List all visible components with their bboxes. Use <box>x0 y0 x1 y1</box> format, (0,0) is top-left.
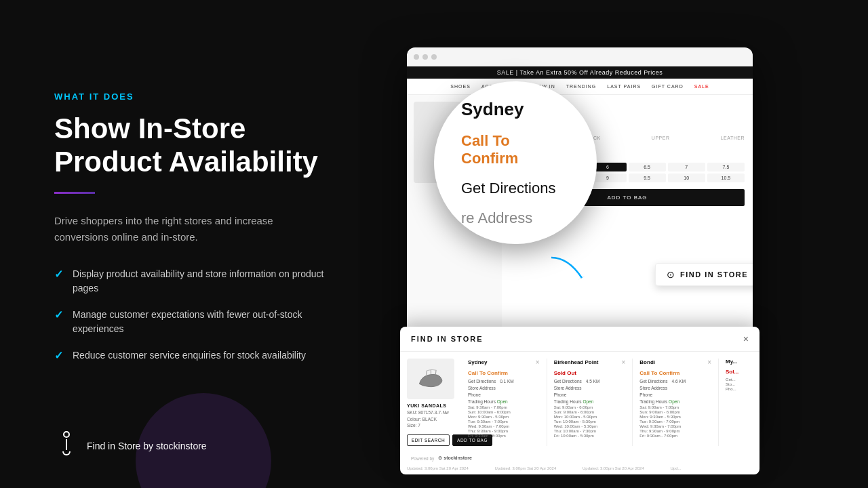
updated-partial: Upd... <box>671 466 753 470</box>
store-sydney-address: Store Address <box>468 386 540 390</box>
updated-bondi: Updated: 3:00pm Sat 20 Apr 2024 <box>583 466 665 470</box>
store-partial-status: Sol... <box>726 369 753 375</box>
size-9.5[interactable]: 9.5 <box>629 174 666 182</box>
store-bondi-phone: Phone <box>639 392 711 397</box>
modal-shoe-svg <box>412 365 450 392</box>
popup-get-directions[interactable]: Get Directions <box>461 180 555 197</box>
modal-product-sku: SKU: 807157-3-7-Nw <box>407 409 461 416</box>
sydney-tue: Tue: 9:30am - 7:00pm <box>468 420 540 424</box>
brand-label: Find in Store by stockinstore <box>87 441 207 451</box>
bondi-tue: Tue: 9:30am - 7:00pm <box>639 420 711 424</box>
left-panel: WHAT IT DOES Show In-Store Product Avail… <box>0 0 393 488</box>
store-sydney-phone: Phone <box>468 392 540 397</box>
store-birkenhead-name: Birkenhead Point <box>554 359 599 365</box>
size-10[interactable]: 10 <box>668 174 705 182</box>
store-birkenhead-remove[interactable]: × <box>622 359 626 366</box>
modal-product-buttons: EDIT SEARCH ADD TO BAG <box>407 434 461 446</box>
birkenhead-sat: Sat: 9:00am - 6:00pm <box>554 405 626 409</box>
store-bondi-remove[interactable]: × <box>707 359 711 366</box>
sydney-thu: Thu: 9:30am - 9:00pm <box>468 429 540 433</box>
checklist-item-1: ✓ Display product availability and store… <box>54 267 339 296</box>
popup-store-address: re Address <box>461 209 532 227</box>
store-partial-name: My... <box>726 359 737 365</box>
sydney-mon: Mon: 9:30am - 5:30pm <box>468 415 540 419</box>
upper-value: LEATHER <box>721 136 745 140</box>
popup-call-to-confirm[interactable]: Call To Confirm <box>461 132 570 167</box>
find-in-store-modal: FIND IN STORE × YUKI SANDALS SKU: 807157… <box>400 327 760 474</box>
modal-footer: Powered by ⊙ stockinstore <box>400 453 760 465</box>
store-birkenhead-phone: Phone <box>554 392 626 397</box>
store-sydney-hours-label: Trading Hours Open <box>468 399 540 404</box>
store-sydney-status: Call To Confirm <box>468 370 540 376</box>
find-in-store-icon: ⊙ <box>667 269 675 280</box>
bondi-sat: Sat: 9:00am - 7:00pm <box>639 405 711 409</box>
checklist: ✓ Display product availability and store… <box>54 267 339 363</box>
updated-timestamps: Updated: 3:00pm Sat 20 Apr 2024 Updated:… <box>400 465 760 474</box>
edit-search-button[interactable]: EDIT SEARCH <box>407 434 450 446</box>
main-title: Show In-Store Product Availability <box>54 113 339 178</box>
store-sydney-header: Sydney × <box>468 359 540 366</box>
modal-shoe-image <box>407 359 454 399</box>
upper-label: UPPER <box>652 136 670 140</box>
size-7.5[interactable]: 7.5 <box>707 163 745 171</box>
nav-last-pairs: LAST PAIRS <box>607 84 641 89</box>
modal-close-button[interactable]: × <box>743 333 749 344</box>
updated-birkenhead: Updated: 3:00pm Sat 20 Apr 2024 <box>495 466 578 470</box>
store-sydney-name: Sydney <box>468 359 487 365</box>
nav-sale: SALE <box>694 84 709 89</box>
checklist-text-1: Display product availability and store i… <box>73 267 339 296</box>
description: Drive shoppers into the right stores and… <box>54 213 312 245</box>
birkenhead-wed: Wed: 10:00am - 5:30pm <box>554 424 626 428</box>
checklist-text-3: Reduce customer service enquiries for st… <box>73 348 306 363</box>
bondi-fri: Fri: 9:30am - 7:00pm <box>639 434 711 438</box>
size-7[interactable]: 7 <box>668 163 705 171</box>
checklist-item-2: ✓ Manage customer expectations with fewe… <box>54 308 339 336</box>
modal-title: FIND IN STORE <box>411 335 483 343</box>
check-icon-2: ✓ <box>54 308 63 321</box>
stockinstore-brand: ⊙ stockinstore <box>438 455 472 461</box>
store-sydney-remove[interactable]: × <box>536 359 540 366</box>
find-in-store-bar[interactable]: ⊙ FIND IN STORE <box>655 263 753 286</box>
store-birkenhead-status: Sold Out <box>554 370 626 376</box>
modal-product-size: Size: 7 <box>407 422 461 429</box>
sydney-sat: Sat: 9:30am - 7:00pm <box>468 405 540 409</box>
browser-dot-3 <box>431 54 437 60</box>
checklist-text-2: Manage customer expectations with fewer … <box>73 308 339 336</box>
store-sydney: Sydney × Call To Confirm Get Directions … <box>468 359 540 446</box>
store-bondi-name: Bondi <box>639 359 655 365</box>
modal-product-colour: Colour: BLACK <box>407 416 461 423</box>
bondi-sun: Sun: 9:00am - 6:00pm <box>639 410 711 414</box>
popup-city: Sydney <box>461 99 524 120</box>
store-nav: SHOES ACCESSORIES NEW IN TRENDING LAST P… <box>407 79 753 95</box>
check-icon-1: ✓ <box>54 268 63 281</box>
title-underline <box>54 192 95 194</box>
find-in-store-text: FIND IN STORE <box>680 270 748 279</box>
right-panel: SALE | Take An Extra 50% Off Already Red… <box>393 0 868 488</box>
nav-shoes: SHOES <box>450 84 471 89</box>
modal-product-info: YUKI SANDALS SKU: 807157-3-7-Nw Colour: … <box>407 359 461 446</box>
nav-trending: TRENDING <box>566 84 597 89</box>
browser-bar <box>407 47 753 66</box>
store-partial: My... Sol... Get... Sto... Pho... <box>726 359 753 446</box>
sydney-wed: Wed: 9:30am - 7:00pm <box>468 424 540 428</box>
bondi-wed: Wed: 9:30am - 7:00pm <box>639 424 711 428</box>
birkenhead-fri: Fri: 10:00am - 5:30pm <box>554 434 626 438</box>
store-birkenhead-directions: Get Directions 4.5 KM <box>554 379 626 384</box>
stores-list: Sydney × Call To Confirm Get Directions … <box>468 359 753 446</box>
store-bondi-header: Bondi × <box>639 359 711 366</box>
brand-footer: Find in Store by stockinstore <box>54 431 207 461</box>
modal-product-name: YUKI SANDALS <box>407 403 461 408</box>
store-birkenhead-header: Birkenhead Point × <box>554 359 626 366</box>
modal-header: FIND IN STORE × <box>400 327 760 352</box>
store-bondi: Bondi × Call To Confirm Get Directions 4… <box>639 359 711 446</box>
checklist-item-3: ✓ Reduce customer service enquiries for … <box>54 348 339 363</box>
store-bondi-status: Call To Confirm <box>639 370 711 376</box>
size-6.5[interactable]: 6.5 <box>629 163 666 171</box>
browser-dot-2 <box>422 54 428 60</box>
store-sydney-directions: Get Directions 0.1 KM <box>468 379 540 384</box>
bondi-thu: Thu: 9:30am - 9:00pm <box>639 429 711 433</box>
popup-arrow <box>548 254 589 281</box>
store-partial-header: My... <box>726 359 753 365</box>
popup-circle: Sydney Call To Confirm Get Directions re… <box>434 81 597 244</box>
size-10.5[interactable]: 10.5 <box>707 174 745 182</box>
